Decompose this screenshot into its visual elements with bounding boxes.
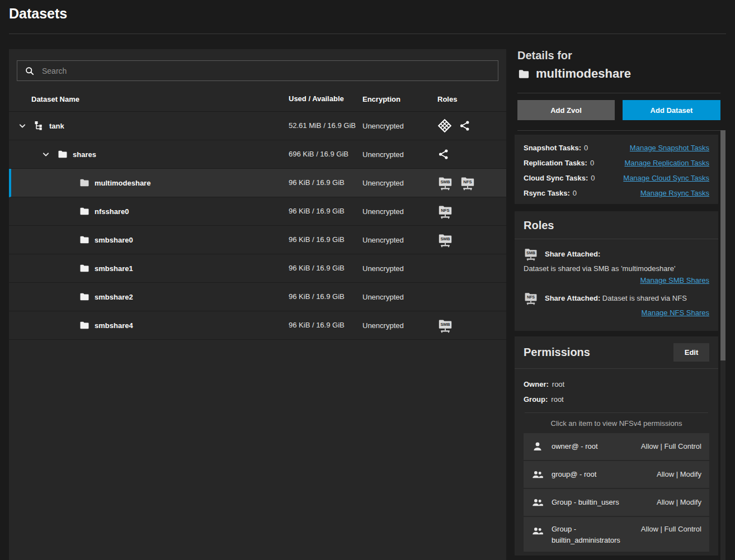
rsync-tasks-row: Rsync Tasks:0 Manage Rsync Tasks	[524, 186, 709, 201]
search-input[interactable]	[42, 67, 491, 75]
people-icon	[531, 496, 544, 509]
column-roles: Roles	[437, 95, 506, 103]
share-role-icon	[437, 148, 450, 160]
nfs-share-attached-label: Share Attached:	[545, 294, 600, 302]
dataset-name: smbshare0	[95, 236, 133, 244]
page-title: Datasets	[9, 6, 67, 22]
search-icon	[24, 65, 35, 77]
replication-tasks-row: Replication Tasks:0 Manage Replication T…	[524, 155, 709, 170]
tasks-card: Snapshot Tasks:0 Manage Snapshot Tasks R…	[515, 135, 718, 204]
group-value: root	[551, 395, 563, 404]
acl-who: Group - builtin_users	[552, 497, 635, 508]
chevron-down-icon[interactable]	[40, 149, 51, 160]
rsync-tasks-label: Rsync Tasks:	[524, 189, 570, 197]
manage-smb-shares-link[interactable]: Manage SMB Shares	[640, 276, 709, 284]
smb-share-icon: SMB	[437, 232, 453, 248]
details-header: Details for multimodeshare	[517, 49, 720, 81]
acl-item-builtin-administrators[interactable]: Group - builtin_administrators Allow | F…	[524, 517, 709, 552]
used-available: 96 KiB / 16.9 GiB	[289, 207, 345, 215]
cloud-sync-tasks-label: Cloud Sync Tasks:	[524, 174, 588, 182]
manage-replication-tasks-link[interactable]: Manage Replication Tasks	[624, 159, 709, 167]
used-available: 96 KiB / 16.9 GiB	[289, 321, 345, 329]
owner-row: Owner: root	[524, 377, 709, 392]
svg-text:SMB: SMB	[441, 179, 450, 184]
chevron-down-icon[interactable]	[17, 120, 28, 131]
owner-label: Owner:	[524, 380, 549, 388]
manage-snapshot-tasks-link[interactable]: Manage Snapshot Tasks	[630, 144, 709, 152]
table-row-shares[interactable]: shares 696 KiB / 16.9 GiB Unencrypted	[9, 140, 506, 169]
manage-cloud-sync-tasks-link[interactable]: Manage Cloud Sync Tasks	[623, 174, 709, 182]
edit-permissions-button[interactable]: Edit	[673, 343, 709, 362]
encryption-state: Unencrypted	[362, 150, 404, 159]
svg-text:NFS: NFS	[441, 208, 449, 213]
dataset-name: smbshare1	[95, 264, 133, 273]
table-row-smbshare4[interactable]: smbshare4 96 KiB / 16.9 GiB Unencrypted …	[9, 311, 506, 340]
datasets-panel: Dataset Name Used / Available Encryption…	[9, 49, 506, 560]
title-divider	[9, 34, 726, 34]
nfs-share-description: Dataset is shared via NFS	[602, 294, 687, 302]
folder-icon	[79, 177, 90, 188]
replication-tasks-count: 0	[590, 159, 594, 167]
encryption-state: Unencrypted	[362, 236, 404, 244]
folder-icon	[517, 68, 530, 80]
folder-icon	[79, 206, 90, 217]
share-role-icon	[459, 120, 471, 132]
nfs-share-icon: NFS	[524, 291, 538, 305]
encryption-state: Unencrypted	[362, 207, 404, 216]
add-dataset-button[interactable]: Add Dataset	[623, 100, 720, 120]
people-icon	[531, 468, 544, 481]
used-available: 96 KiB / 16.9 GiB	[289, 235, 345, 244]
acl-who: group@ - root	[552, 469, 635, 480]
thin-divider	[525, 412, 708, 413]
smb-share-icon: SMB	[437, 318, 453, 333]
used-available: 96 KiB / 16.9 GiB	[289, 178, 345, 187]
table-header: Dataset Name Used / Available Encryption…	[9, 87, 506, 112]
details-for-label: Details for	[517, 49, 720, 62]
dataset-root-icon	[34, 120, 45, 131]
acl-access: Allow | Modify	[635, 469, 701, 480]
snapshot-tasks-label: Snapshot Tasks:	[524, 144, 581, 152]
owner-value: root	[552, 380, 564, 388]
permissions-heading: Permissions	[524, 346, 590, 359]
dataset-name: shares	[73, 150, 96, 159]
encryption-state: Unencrypted	[362, 321, 404, 330]
section-divider	[515, 239, 718, 239]
table-row-nfsshare0[interactable]: nfsshare0 96 KiB / 16.9 GiB Unencrypted …	[9, 197, 506, 226]
svg-text:NFS: NFS	[463, 179, 472, 184]
folder-icon	[79, 320, 90, 331]
acl-item-builtin-users[interactable]: Group - builtin_users Allow | Modify	[524, 489, 709, 516]
encryption-state: Unencrypted	[362, 122, 404, 130]
add-zvol-button[interactable]: Add Zvol	[517, 100, 615, 120]
group-row: Group: root	[524, 392, 709, 407]
search-box[interactable]	[17, 60, 498, 81]
acl-who: owner@ - root	[552, 441, 635, 452]
smb-share-description: Dataset is shared via SMB as 'multimodes…	[524, 264, 709, 273]
used-available: 96 KiB / 16.9 GiB	[289, 264, 345, 272]
details-divider	[517, 93, 720, 93]
used-available: 96 KiB / 16.9 GiB	[289, 292, 345, 301]
acl-item-owner[interactable]: owner@ - root Allow | Full Control	[524, 433, 709, 460]
acl-item-group[interactable]: group@ - root Allow | Modify	[524, 461, 709, 488]
smb-share-icon: SMB	[524, 247, 538, 261]
table-row-multimodeshare[interactable]: multimodeshare 96 KiB / 16.9 GiB Unencry…	[9, 169, 506, 197]
acl-access: Allow | Full Control	[635, 441, 701, 452]
manage-rsync-tasks-link[interactable]: Manage Rsync Tasks	[640, 189, 709, 197]
svg-text:NFS: NFS	[527, 295, 535, 300]
replication-tasks-label: Replication Tasks:	[524, 159, 587, 167]
details-scrollbar-track[interactable]	[720, 130, 725, 560]
acl-who: Group - builtin_administrators	[552, 524, 635, 546]
person-icon	[531, 440, 544, 453]
table-row-tank[interactable]: tank 52.61 MiB / 16.9 GiB Unencrypted	[9, 112, 506, 140]
people-icon	[531, 525, 544, 537]
table-row-smbshare0[interactable]: smbshare0 96 KiB / 16.9 GiB Unencrypted …	[9, 226, 506, 254]
details-actions: Add Zvol Add Dataset	[517, 100, 720, 120]
table-row-smbshare1[interactable]: smbshare1 96 KiB / 16.9 GiB Unencrypted	[9, 254, 506, 283]
manage-nfs-shares-link[interactable]: Manage NFS Shares	[642, 309, 709, 317]
column-used-available: Used / Available	[289, 94, 362, 104]
table-row-smbshare2[interactable]: smbshare2 96 KiB / 16.9 GiB Unencrypted	[9, 283, 506, 311]
details-scrollbar-thumb[interactable]	[720, 130, 725, 360]
roles-heading: Roles	[524, 219, 709, 232]
smb-share-icon: SMB	[437, 175, 453, 191]
svg-text:SMB: SMB	[441, 236, 450, 241]
snapshot-tasks-row: Snapshot Tasks:0 Manage Snapshot Tasks	[524, 140, 709, 155]
